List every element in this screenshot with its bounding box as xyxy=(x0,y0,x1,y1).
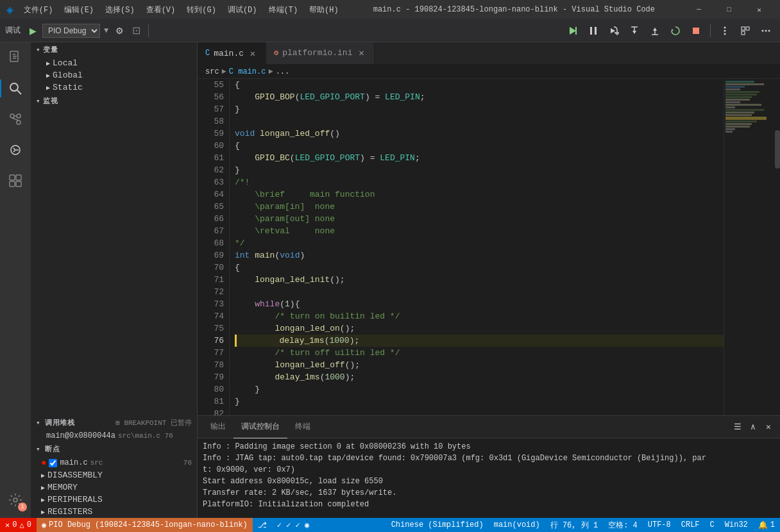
more-button[interactable] xyxy=(757,22,775,40)
line-78: 78 xyxy=(198,359,229,371)
panel-close-button[interactable]: ✕ xyxy=(762,420,775,433)
status-language-mode[interactable]: Chinese (Simplified) xyxy=(386,520,489,529)
status-line-ending[interactable]: CRLF xyxy=(676,520,705,529)
status-git[interactable]: ⎇ xyxy=(253,518,272,532)
line-56: 56 xyxy=(198,91,229,103)
line-76: 76 xyxy=(198,335,229,347)
line-73: 73 xyxy=(198,298,229,310)
warning-count: 0 xyxy=(27,520,31,529)
code-line-73: while(1){ xyxy=(235,298,724,310)
menu-terminal[interactable]: 终端(T) xyxy=(264,3,303,17)
menu-edit[interactable]: 编辑(E) xyxy=(59,3,99,17)
step-over-button[interactable] xyxy=(605,22,623,40)
step-into-button[interactable] xyxy=(625,22,643,40)
stop-button[interactable] xyxy=(687,22,705,40)
panel-tab-debug-console[interactable]: 调试控制台 xyxy=(233,416,287,438)
tab-main-c-close[interactable]: ✕ xyxy=(248,48,258,58)
more-debug-button[interactable] xyxy=(716,22,734,40)
tab-main-c[interactable]: C main.c ✕ xyxy=(198,42,266,64)
code-line-62: } xyxy=(235,164,724,176)
status-sync[interactable]: ✓ ✓ ✓ ◉ xyxy=(272,518,315,532)
platform-label: Win32 xyxy=(725,520,748,529)
pause-button[interactable] xyxy=(584,22,602,40)
status-notifications[interactable]: 🔔 1 xyxy=(753,520,780,530)
breadcrumb-symbol[interactable]: ... xyxy=(276,67,290,76)
sync-icons: ✓ ✓ ✓ ◉ xyxy=(277,520,310,530)
peripherals-item[interactable]: ▶ PERIPHERALS xyxy=(31,494,197,506)
status-errors[interactable]: ✕ 0 △ 0 xyxy=(0,518,37,532)
breadcrumb-file[interactable]: C main.c xyxy=(229,67,266,76)
step-out-button[interactable] xyxy=(646,22,664,40)
status-lang[interactable]: C xyxy=(705,520,720,529)
restart-button[interactable] xyxy=(666,22,684,40)
breakpoint-path: src xyxy=(90,459,103,467)
activity-extensions[interactable] xyxy=(0,165,31,196)
callstack-header[interactable]: ▾ 调用堆栈 ⊞ BREAKPOINT 已暂停 xyxy=(31,415,197,430)
code-editor[interactable]: 55 56 57 58 59 60 61 62 63 64 65 66 67 6… xyxy=(198,79,724,415)
activity-search[interactable] xyxy=(0,73,31,104)
local-variable-item[interactable]: ▶ Local xyxy=(31,57,197,69)
line-77: 77 xyxy=(198,347,229,359)
status-spaces[interactable]: 空格: 4 xyxy=(603,520,643,531)
editor-scrollbar[interactable] xyxy=(775,79,780,415)
panel-content: Info : Padding image section 0 at 0x0800… xyxy=(198,438,780,518)
variables-header[interactable]: ▾ 变量 xyxy=(31,42,197,57)
breakpoint-item[interactable]: ● main.c src 76 xyxy=(31,456,197,469)
activity-explorer[interactable] xyxy=(0,42,31,73)
tab-platformio[interactable]: ⚙ platformio.ini ✕ xyxy=(266,42,375,64)
svg-rect-24 xyxy=(13,58,16,59)
menu-debug[interactable]: 调试(D) xyxy=(223,3,262,17)
status-function[interactable]: main(void) xyxy=(489,520,545,529)
status-position[interactable]: 行 76, 列 1 xyxy=(545,520,603,531)
activity-settings[interactable]: 1 xyxy=(0,485,31,515)
variables-section: ▾ 变量 ▶ Local ▶ Global ▶ Static xyxy=(31,42,197,94)
activity-scm[interactable] xyxy=(0,104,31,135)
line-82: 82 xyxy=(198,408,229,415)
scrollbar-thumb[interactable] xyxy=(775,130,780,169)
callstack-frame[interactable]: main@0x0800044a src\main.c 76 xyxy=(31,430,197,442)
breakpoint-checkbox[interactable] xyxy=(49,459,57,467)
panel-collapse-button[interactable]: ∧ xyxy=(747,420,759,433)
continue-button[interactable] xyxy=(564,22,582,40)
menu-view[interactable]: 查看(V) xyxy=(141,3,181,17)
panel-list-button[interactable]: ☰ xyxy=(731,420,744,433)
static-variable-item[interactable]: ▶ Static xyxy=(31,81,197,94)
disassembly-item[interactable]: ▶ DISASSEMBLY xyxy=(31,469,197,481)
global-variable-item[interactable]: ▶ Global xyxy=(31,69,197,81)
panel-tab-terminal[interactable]: 终端 xyxy=(287,416,318,438)
activity-debug[interactable] xyxy=(0,135,31,165)
close-button[interactable]: ✕ xyxy=(745,0,774,19)
code-line-58 xyxy=(235,115,724,128)
registers-item[interactable]: ▶ REGISTERS xyxy=(31,506,197,518)
breadcrumb: src ► C main.c ► ... xyxy=(198,65,780,79)
minimize-button[interactable]: ─ xyxy=(684,0,713,19)
status-debug-info[interactable]: ◉ PIO Debug (190824-123845-longan-nano-b… xyxy=(37,518,253,532)
debug-settings-button[interactable]: ⚙ xyxy=(112,24,126,38)
code-content[interactable]: { GPIO_BOP(LED_GPIO_PORT) = LED_PIN; } v… xyxy=(230,79,724,415)
line-69: 69 xyxy=(198,249,229,262)
memory-item[interactable]: ▶ MEMORY xyxy=(31,481,197,494)
bottom-panel: 输出 调试控制台 终端 ☰ ∧ ✕ Info : Padding image s… xyxy=(198,415,780,518)
panel-tab-output[interactable]: 输出 xyxy=(203,416,233,438)
watch-label: 监视 xyxy=(43,96,58,106)
maximize-button[interactable]: □ xyxy=(715,0,743,19)
line-63: 63 xyxy=(198,176,229,188)
run-button[interactable]: ▶ xyxy=(26,24,40,38)
breakpoints-header[interactable]: ▾ 断点 xyxy=(31,442,197,456)
status-encoding[interactable]: UTF-8 xyxy=(643,520,676,529)
breadcrumb-src[interactable]: src xyxy=(205,67,219,76)
line-55: 55 xyxy=(198,79,229,91)
menu-help[interactable]: 帮助(H) xyxy=(304,3,344,17)
open-editor-button[interactable] xyxy=(736,22,754,40)
debug-config-select[interactable]: PIO Debug xyxy=(42,24,100,38)
peripherals-label: PERIPHERALS xyxy=(47,495,103,504)
watch-header[interactable]: ▾ 监视 xyxy=(31,94,197,108)
svg-marker-8 xyxy=(653,28,657,31)
panel-tab-output-label: 输出 xyxy=(210,421,226,432)
tab-platformio-close[interactable]: ✕ xyxy=(356,48,366,58)
status-platform[interactable]: Win32 xyxy=(720,520,753,529)
menu-select[interactable]: 选择(S) xyxy=(100,3,140,17)
menu-file[interactable]: 文件(F) xyxy=(19,3,58,17)
menu-goto[interactable]: 转到(G) xyxy=(182,3,221,17)
debug-split-button[interactable]: ⊡ xyxy=(129,24,143,38)
